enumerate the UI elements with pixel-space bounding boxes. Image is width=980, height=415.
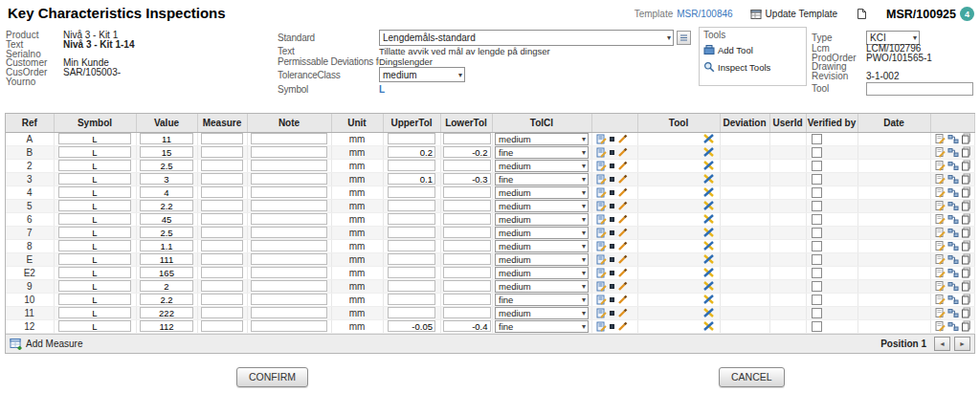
- cusorder-link[interactable]: SAR/105003-: [63, 67, 121, 77]
- measure-input[interactable]: [201, 280, 243, 292]
- edit-measure-icon[interactable]: [596, 134, 607, 144]
- edit-measure-icon[interactable]: [596, 187, 607, 198]
- symbol-input[interactable]: [58, 307, 131, 318]
- add-tool-button[interactable]: Add Tool: [703, 44, 753, 55]
- copy-row-icon[interactable]: [961, 133, 971, 144]
- select-tool-icon[interactable]: [702, 307, 715, 318]
- edit-measure-icon[interactable]: [596, 241, 607, 251]
- copy-row-icon[interactable]: [961, 200, 971, 211]
- measure-input[interactable]: [201, 294, 243, 305]
- tolcl-select[interactable]: medium ▾: [495, 160, 589, 172]
- note-input[interactable]: [251, 267, 327, 278]
- symbol-input[interactable]: [58, 146, 131, 158]
- tool-input[interactable]: [866, 82, 973, 96]
- value-input[interactable]: [140, 213, 193, 225]
- copy-row-icon[interactable]: [961, 146, 971, 158]
- lowertol-input[interactable]: [443, 173, 491, 185]
- edit-row-icon[interactable]: [935, 146, 946, 158]
- edit-row-icon[interactable]: [935, 227, 946, 238]
- select-tool-icon[interactable]: [702, 280, 715, 292]
- copy-row-icon[interactable]: [961, 267, 971, 278]
- uppertol-input[interactable]: [388, 227, 435, 238]
- brush-icon[interactable]: [617, 214, 628, 225]
- verified-checkbox[interactable]: [812, 308, 822, 318]
- lowertol-input[interactable]: [443, 133, 491, 144]
- lowertol-input[interactable]: [443, 146, 491, 158]
- edit-row-icon[interactable]: [935, 240, 946, 251]
- edit-measure-icon[interactable]: [596, 214, 607, 225]
- measure-input[interactable]: [201, 160, 243, 171]
- uppertol-input[interactable]: [388, 146, 435, 158]
- select-tool-icon[interactable]: [702, 294, 715, 305]
- copy-row-icon[interactable]: [961, 240, 971, 251]
- link-row-icon[interactable]: [947, 308, 959, 318]
- note-input[interactable]: [251, 294, 327, 305]
- note-input[interactable]: [251, 146, 327, 158]
- symbol-input[interactable]: [58, 240, 131, 251]
- tolcl-select[interactable]: medium ▾: [495, 307, 589, 319]
- symbol-input[interactable]: [58, 267, 131, 278]
- edit-row-icon[interactable]: [935, 186, 946, 198]
- copy-row-icon[interactable]: [961, 320, 971, 332]
- edit-measure-icon[interactable]: [596, 295, 607, 305]
- verified-checkbox[interactable]: [812, 295, 822, 305]
- add-measure-button[interactable]: Add Measure: [10, 338, 82, 350]
- copy-row-icon[interactable]: [961, 186, 971, 198]
- link-row-icon[interactable]: [947, 281, 959, 292]
- tolcl-select[interactable]: medium ▾: [495, 200, 589, 212]
- select-tool-icon[interactable]: [702, 213, 715, 225]
- link-row-icon[interactable]: [947, 174, 959, 185]
- template-link[interactable]: MSR/100846: [677, 9, 732, 19]
- update-template-button[interactable]: Update Template: [750, 9, 837, 20]
- edit-row-icon[interactable]: [935, 294, 946, 305]
- notification-badge[interactable]: 4: [960, 7, 974, 21]
- uppertol-input[interactable]: [388, 240, 435, 251]
- measure-input[interactable]: [201, 267, 243, 278]
- edit-row-icon[interactable]: [935, 267, 946, 278]
- copy-row-icon[interactable]: [961, 227, 971, 238]
- edit-row-icon[interactable]: [935, 173, 946, 185]
- value-input[interactable]: [140, 200, 193, 211]
- uppertol-input[interactable]: [388, 294, 435, 305]
- brush-icon[interactable]: [617, 268, 628, 278]
- tolcl-select[interactable]: medium ▾: [495, 186, 589, 199]
- lowertol-input[interactable]: [443, 294, 491, 305]
- brush-icon[interactable]: [617, 134, 628, 144]
- select-tool-icon[interactable]: [702, 253, 715, 265]
- value-input[interactable]: [140, 280, 193, 292]
- link-row-icon[interactable]: [947, 241, 959, 251]
- edit-row-icon[interactable]: [935, 307, 946, 318]
- edit-measure-icon[interactable]: [596, 174, 607, 185]
- note-input[interactable]: [251, 200, 327, 211]
- uppertol-input[interactable]: [388, 160, 435, 171]
- note-input[interactable]: [251, 173, 327, 185]
- tolcl-select[interactable]: fine ▾: [495, 294, 589, 306]
- lowertol-input[interactable]: [443, 307, 491, 318]
- select-tool-icon[interactable]: [702, 146, 715, 158]
- value-input[interactable]: [140, 133, 193, 144]
- brush-icon[interactable]: [617, 281, 628, 292]
- link-row-icon[interactable]: [947, 254, 959, 265]
- select-tool-icon[interactable]: [702, 240, 715, 251]
- brush-icon[interactable]: [617, 174, 628, 185]
- edit-measure-icon[interactable]: [596, 228, 607, 238]
- edit-measure-icon[interactable]: [596, 308, 607, 318]
- note-input[interactable]: [251, 186, 327, 198]
- verified-checkbox[interactable]: [812, 281, 822, 292]
- tolcl-select[interactable]: medium ▾: [495, 267, 589, 279]
- copy-row-icon[interactable]: [961, 280, 971, 292]
- copy-row-icon[interactable]: [961, 213, 971, 225]
- tolcl-select[interactable]: medium ▾: [495, 227, 589, 239]
- brush-icon[interactable]: [617, 228, 628, 238]
- symbol-input[interactable]: [58, 186, 131, 198]
- link-row-icon[interactable]: [947, 295, 959, 305]
- brush-icon[interactable]: [617, 308, 628, 318]
- verified-checkbox[interactable]: [812, 268, 822, 278]
- verified-checkbox[interactable]: [812, 228, 822, 238]
- uppertol-input[interactable]: [388, 307, 435, 318]
- symbol-input[interactable]: [58, 213, 131, 225]
- measure-input[interactable]: [201, 213, 243, 225]
- verified-checkbox[interactable]: [812, 254, 822, 265]
- link-row-icon[interactable]: [947, 187, 959, 198]
- link-row-icon[interactable]: [947, 147, 959, 158]
